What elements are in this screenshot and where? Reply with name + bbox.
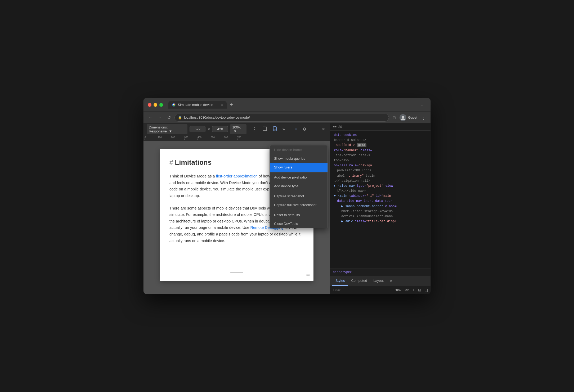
active-tab[interactable]: Simulate mobile devices with D × <box>168 101 227 109</box>
devtools-bottom: <!doctype> Styles Computed Layout » <box>330 269 431 294</box>
tab-computed[interactable]: Computed <box>348 276 370 286</box>
nav-bar: ← → ↺ 🔒 localhost:8080/docs/devtools/dev… <box>144 112 431 123</box>
styles-filter-input[interactable] <box>333 288 393 292</box>
heading-hash: # <box>169 158 173 167</box>
menu-divider-1 <box>270 172 328 172</box>
tab-more[interactable]: » <box>387 276 395 286</box>
dock-button[interactable]: ⊡ <box>391 114 397 121</box>
menu-item-show-rulers-label: Show rulers <box>274 165 292 169</box>
para1-link[interactable]: first-order approximation <box>216 174 258 178</box>
device-mode-btn[interactable] <box>271 125 279 133</box>
console-panel-btn[interactable]: ≡ <box>293 125 299 133</box>
menu-item-add-pixel-ratio-label: Add device pixel ratio <box>274 175 307 179</box>
menu-divider-3 <box>270 210 328 210</box>
toggle-sidebar-icon[interactable]: ◫ <box>424 288 428 292</box>
width-input[interactable] <box>190 126 205 132</box>
menu-item-capture-full-screenshot-label: Capture full size screenshot <box>274 203 316 207</box>
forward-button[interactable]: → <box>156 114 164 121</box>
more-panels-btn[interactable]: » <box>281 126 286 133</box>
doctype-text: <!doctype> <box>333 270 352 274</box>
tab-bar: Simulate mobile devices with D × + <box>168 101 418 109</box>
element-display: == $0 <box>330 123 431 131</box>
menu-item-show-media-queries-label: Show media queries <box>274 157 305 161</box>
tab-title: Simulate mobile devices with D <box>178 103 218 107</box>
tab-styles[interactable]: Styles <box>332 276 348 286</box>
menu-item-show-media-queries[interactable]: Show media queries <box>270 154 328 163</box>
menu-item-reset-defaults[interactable]: Reset to defaults <box>270 211 328 219</box>
title-bar: Simulate mobile devices with D × + ⌄ <box>144 98 431 112</box>
filter-buttons: :hov .cls + ⊡ ◫ <box>395 288 428 292</box>
svg-rect-3 <box>263 127 267 131</box>
profile-name: Guest <box>408 115 417 119</box>
html-line-14: data-side-nav-inert data-sear <box>333 199 428 204</box>
zoom-select[interactable]: 100% ▼ <box>230 124 246 134</box>
menu-item-close-devtools-label: Close DevTools <box>274 222 298 226</box>
html-line-2: banner-dismissed> <box>333 138 428 143</box>
page-scrollbar <box>230 272 243 273</box>
html-tree: data-cookies- banner-dismissed> 'scaffol… <box>330 131 431 269</box>
new-tab-button[interactable]: + <box>228 101 235 108</box>
menu-item-capture-screenshot[interactable]: Capture screenshot <box>270 192 328 201</box>
back-button[interactable]: ← <box>147 114 154 121</box>
menu-item-add-pixel-ratio[interactable]: Add device pixel ratio <box>270 173 328 182</box>
devtools-more-btn[interactable]: ⋮ <box>310 125 318 133</box>
html-line-5: line-bottom" data-s <box>333 153 428 158</box>
menu-item-show-rulers[interactable]: Show rulers <box>270 163 328 172</box>
doctype-display: <!doctype> <box>330 269 431 276</box>
html-line-11: ▶ <side-nav type="project" view <box>333 184 428 189</box>
menu-item-close-devtools[interactable]: Close DevTools <box>270 219 328 228</box>
menu-item-capture-screenshot-label: Capture screenshot <box>274 194 304 198</box>
para1-text1: Think of Device Mode as a <box>169 174 216 178</box>
maximize-button[interactable] <box>159 103 163 107</box>
devtools-filter: :hov .cls + ⊡ ◫ <box>330 286 431 294</box>
reload-button[interactable]: ↺ <box>166 114 172 121</box>
inspect-element-btn[interactable] <box>261 125 269 133</box>
hov-button[interactable]: :hov <box>395 288 401 292</box>
menu-item-hide-device-frame[interactable]: Hide device frame <box>270 145 328 154</box>
minimize-button[interactable] <box>154 103 157 107</box>
html-line-17: active>…</announcement-bann <box>333 214 428 219</box>
cls-button[interactable]: .cls <box>405 288 409 292</box>
html-line-4: role="banner" class= <box>333 148 428 153</box>
close-button[interactable] <box>148 103 151 107</box>
profile-button[interactable]: Guest <box>400 114 417 121</box>
html-line-1: data-cookies- <box>333 133 428 138</box>
url-text: localhost:8080/docs/devtools/device-mode… <box>184 115 250 119</box>
height-input[interactable] <box>212 126 228 132</box>
dimensions-select[interactable]: Dimensions: Responsive ▼ <box>147 124 187 134</box>
tab-menu-button[interactable]: ⌄ <box>421 102 426 107</box>
html-line-13: ▼ <main tabindex="-1" id="main- <box>333 194 428 199</box>
tab-layout[interactable]: Layout <box>370 276 387 286</box>
menu-divider-2 <box>270 191 328 191</box>
computed-icon[interactable]: ⊡ <box>418 288 421 292</box>
traffic-lights <box>148 103 163 107</box>
add-style-button[interactable]: + <box>412 288 415 292</box>
page-area: Dimensions: Responsive ▼ × 100% ▼ ⋮ <box>144 123 330 294</box>
dollar-sign: == <box>333 125 337 129</box>
tab-close-btn[interactable]: × <box>221 103 223 107</box>
grid-badge: grid <box>357 143 366 147</box>
edit-icon: ✏ <box>306 272 310 278</box>
nav-right: ⊡ Guest ⋮ <box>391 114 427 122</box>
element-id: $0 <box>338 125 342 129</box>
close-devtools-btn[interactable]: ✕ <box>320 126 327 133</box>
html-line-8: pad-left-200 lg:pa <box>333 168 428 173</box>
menu-item-hide-device-frame-label: Hide device frame <box>274 148 302 152</box>
menu-item-reset-defaults-label: Reset to defaults <box>274 213 300 217</box>
profile-icon-svg <box>401 115 405 120</box>
address-bar[interactable]: 🔒 localhost:8080/docs/devtools/device-mo… <box>174 114 389 122</box>
svg-point-8 <box>275 130 275 131</box>
devtools-panel: == $0 data-cookies- banner-dismissed> 's… <box>330 123 431 294</box>
devtools-tabs: Styles Computed Layout » <box>330 276 431 286</box>
more-device-options[interactable]: ⋮ <box>251 125 259 133</box>
ruler-top: 0 100 200 300 400 500 600 700 <box>144 135 330 141</box>
browser-window: Simulate mobile devices with D × + ⌄ ← →… <box>144 98 431 294</box>
settings-btn[interactable]: ⚙ <box>301 126 308 133</box>
menu-item-add-device-type[interactable]: Add device type <box>270 182 328 190</box>
menu-item-capture-full-screenshot[interactable]: Capture full size screenshot <box>270 201 328 209</box>
context-menu: Hide device frame Show media queries Sho… <box>270 145 328 228</box>
html-line-7: on-rail role="naviga <box>333 163 428 168</box>
html-line-9: abel="primary" tabin <box>333 173 428 179</box>
chrome-menu-button[interactable]: ⋮ <box>419 114 427 122</box>
heading-text: Limitations <box>175 158 212 167</box>
